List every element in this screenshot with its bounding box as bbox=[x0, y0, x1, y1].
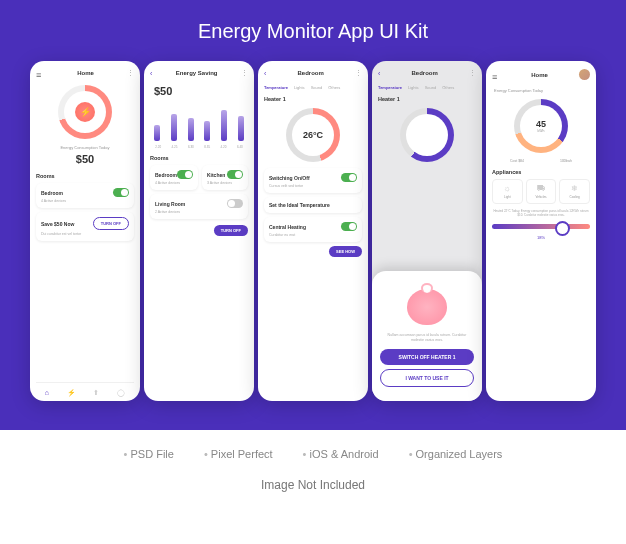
feature-layers: Organized Layers bbox=[409, 448, 503, 460]
sheet-text: Nullam accumsan purus id lacula rutrum. … bbox=[380, 333, 474, 343]
energy-gauge: 45kWh bbox=[514, 99, 568, 153]
feature-ios-android: iOS & Android bbox=[303, 448, 379, 460]
room-name: Bedroom bbox=[41, 190, 63, 196]
category-tabs: TemperatureLightsSoundOthers bbox=[378, 85, 476, 90]
tab-lights[interactable]: Lights bbox=[294, 85, 305, 90]
category-tabs: TemperatureLightsSoundOthers bbox=[264, 85, 362, 90]
feature-psd: PSD File bbox=[124, 448, 174, 460]
see-how-button[interactable]: SEE HOW bbox=[329, 246, 362, 257]
heater-label: Heater 1 bbox=[378, 96, 476, 102]
appliance-grid: ☼Light ⛟Vehicles ❄Cooling bbox=[492, 179, 590, 204]
back-icon[interactable]: ‹ bbox=[150, 70, 152, 77]
tab-stats-icon[interactable]: ⬆ bbox=[93, 389, 99, 397]
kit-title: Energy Monitor App UI Kit bbox=[0, 20, 626, 43]
tab-others[interactable]: Others bbox=[328, 85, 340, 90]
menu-icon[interactable] bbox=[492, 72, 500, 78]
footer: PSD File Pixel Perfect iOS & Android Org… bbox=[0, 430, 626, 510]
save-sub: Dui curabitur est vel tortor bbox=[41, 232, 129, 236]
temp-value: 26°C bbox=[303, 130, 323, 140]
cooling-icon: ❄ bbox=[562, 184, 587, 193]
vehicle-icon: ⛟ bbox=[529, 184, 554, 193]
page-title: Bedroom bbox=[298, 70, 324, 76]
page-title: Home bbox=[531, 72, 548, 78]
slider-value: 18% bbox=[492, 235, 590, 240]
row-ideal-temp[interactable]: Set the Ideal Temperature bbox=[264, 197, 362, 213]
appliances-heading: Appliances bbox=[492, 169, 590, 175]
bar-labels: 2.204.256.308.354.206.40 bbox=[150, 145, 248, 149]
tab-temperature[interactable]: Temperature bbox=[264, 85, 288, 90]
feature-pixel: Pixel Perfect bbox=[204, 448, 273, 460]
room-toggle[interactable] bbox=[113, 188, 129, 197]
room-toggle[interactable] bbox=[177, 170, 193, 179]
tab-bolt-icon[interactable]: ⚡ bbox=[67, 389, 76, 397]
room-toggle[interactable] bbox=[227, 170, 243, 179]
bottom-sheet: Nullam accumsan purus id lacula rutrum. … bbox=[372, 271, 482, 401]
more-icon[interactable]: ⋮ bbox=[469, 69, 476, 77]
use-it-button[interactable]: I WANT TO USE IT bbox=[380, 369, 474, 387]
room-toggle[interactable] bbox=[227, 199, 243, 208]
rooms-heading: Rooms bbox=[150, 155, 248, 161]
disclaimer: Image Not Included bbox=[0, 478, 626, 492]
consumption-label: Energy Consumption Today bbox=[36, 145, 134, 150]
room-card-living[interactable]: Living Room2 Active devices bbox=[150, 194, 248, 219]
screen-home-appliances: Home Energy Consumption Today 45kWh Cost… bbox=[486, 61, 596, 401]
switch-toggle[interactable] bbox=[341, 173, 357, 182]
more-icon[interactable]: ⋮ bbox=[241, 69, 248, 77]
price-value: $50 bbox=[150, 85, 248, 97]
light-icon: ☼ bbox=[495, 184, 520, 193]
back-icon[interactable]: ‹ bbox=[378, 70, 380, 77]
appliance-light[interactable]: ☼Light bbox=[492, 179, 523, 204]
tab-home-icon[interactable]: ⌂ bbox=[45, 389, 49, 397]
menu-icon[interactable] bbox=[36, 70, 44, 76]
appliance-note: Heated 22°C Today, Energy consumption pu… bbox=[492, 210, 590, 218]
avatar[interactable] bbox=[579, 69, 590, 80]
tab-bar: ⌂ ⚡ ⬆ ◯ bbox=[36, 382, 134, 397]
room-card-bedroom[interactable]: Bedroom4 Active devices bbox=[150, 165, 198, 190]
row-switching[interactable]: Switching On/OffCursus velit sed tortor bbox=[264, 168, 362, 193]
energy-value: 45 bbox=[536, 119, 546, 129]
bolt-icon: ⚡ bbox=[75, 102, 95, 122]
more-icon[interactable]: ⋮ bbox=[355, 69, 362, 77]
consumption-label: Energy Consumption Today bbox=[492, 88, 590, 93]
rooms-heading: Rooms bbox=[36, 173, 134, 179]
back-icon[interactable]: ‹ bbox=[264, 70, 266, 77]
tab-profile-icon[interactable]: ◯ bbox=[117, 389, 125, 397]
room-card-kitchen[interactable]: Kitchen3 Active devices bbox=[202, 165, 248, 190]
tab-sound[interactable]: Sound bbox=[311, 85, 323, 90]
energy-gauge: ⚡ bbox=[58, 85, 112, 139]
page-title: Home bbox=[77, 70, 94, 76]
appliance-vehicles[interactable]: ⛟Vehicles bbox=[526, 179, 557, 204]
turnoff-button[interactable]: TURN OFF bbox=[214, 225, 248, 236]
room-devices: 4 Active devices bbox=[41, 199, 129, 203]
appliance-cooling[interactable]: ❄Cooling bbox=[559, 179, 590, 204]
screen-home: Home ⋮ ⚡ Energy Consumption Today $50 Ro… bbox=[30, 61, 140, 401]
heater-label: Heater 1 bbox=[264, 96, 362, 102]
row-central-heat[interactable]: Central HeatingCurabitur eu erat bbox=[264, 217, 362, 242]
room-card-bedroom[interactable]: Bedroom 4 Active devices bbox=[36, 183, 134, 208]
bar-chart bbox=[150, 105, 248, 141]
save-card[interactable]: Save $50 NowTURN OFF Dui curabitur est v… bbox=[36, 212, 134, 241]
more-icon[interactable]: ⋮ bbox=[127, 69, 134, 77]
screen-bedroom: ‹ Bedroom ⋮ TemperatureLightsSoundOthers… bbox=[258, 61, 368, 401]
save-title: Save $50 Now bbox=[41, 221, 74, 227]
turnoff-button[interactable]: TURN OFF bbox=[93, 217, 129, 230]
page-title: Bedroom bbox=[412, 70, 438, 76]
screen-bedroom-modal: ‹ Bedroom ⋮ TemperatureLightsSoundOthers… bbox=[372, 61, 482, 401]
page-title: Energy Saving bbox=[176, 70, 218, 76]
screen-energy-saving: ‹ Energy Saving ⋮ $50 2.204.256.308.354.… bbox=[144, 61, 254, 401]
temp-gauge bbox=[400, 108, 454, 162]
temp-gauge[interactable]: 26°C bbox=[286, 108, 340, 162]
energy-unit: kWh bbox=[538, 129, 545, 133]
piggy-icon bbox=[407, 289, 447, 325]
switch-off-heater-button[interactable]: SWITCH OFF HEATER 1 bbox=[380, 349, 474, 365]
heat-toggle[interactable] bbox=[341, 222, 357, 231]
slider[interactable] bbox=[492, 224, 590, 229]
price-value: $50 bbox=[36, 153, 134, 165]
stats-row: Cost $84100kwh bbox=[492, 159, 590, 163]
